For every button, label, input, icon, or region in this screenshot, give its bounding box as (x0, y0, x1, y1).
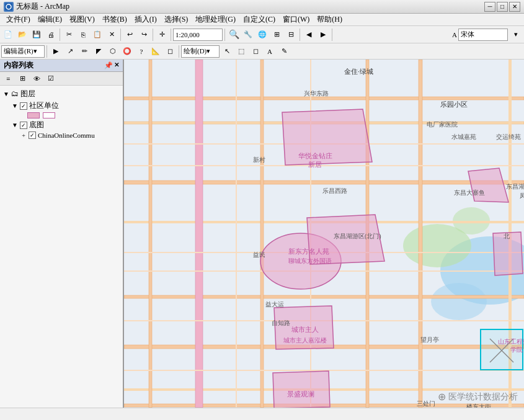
font-dropdown-arrow[interactable]: ▾ (509, 28, 523, 42)
zoom-in-btn[interactable]: 🔍 (227, 28, 241, 42)
layer1-label: 社区单位 (29, 101, 59, 111)
svg-marker-32 (307, 215, 384, 264)
maximize-button[interactable]: □ (497, 2, 508, 12)
list-by-selection-btn[interactable]: ☑ (44, 72, 58, 86)
layer1-checkbox[interactable] (20, 102, 27, 110)
menu-view[interactable]: 视图(V) (66, 13, 99, 26)
svg-rect-7 (124, 97, 524, 100)
svg-rect-16 (195, 60, 203, 408)
sublayer-checkbox[interactable] (29, 132, 36, 139)
sidebar-header: 内容列表 📌 ✕ (0, 60, 123, 72)
layers-label: 图层 (20, 89, 35, 99)
svg-rect-15 (149, 60, 152, 408)
sublayer-item[interactable]: + ChinaOnlineCommu (19, 131, 122, 140)
app-icon (4, 2, 14, 12)
edit-tool5[interactable]: ⬡ (106, 45, 120, 58)
app-title: 无标题 - ArcMap (16, 1, 69, 12)
draw-tool4[interactable]: A (263, 45, 277, 58)
watermark-text: 医学统计数据分析 (448, 391, 518, 403)
edit-tool8[interactable]: 📐 (149, 45, 162, 58)
edit-tool3[interactable]: ✏ (78, 45, 91, 58)
paste-button[interactable]: 📋 (91, 28, 104, 42)
sidebar-toolbar: ≡ ⊞ 👁 ☑ (0, 72, 123, 86)
watermark-icon: ⊕ (438, 391, 446, 403)
pin-icon[interactable]: 📌 (104, 61, 113, 69)
menu-geoprocess[interactable]: 地理处理(G) (192, 13, 239, 26)
edit-tool4[interactable]: ◤ (92, 45, 105, 58)
new-button[interactable]: 📄 (1, 28, 15, 42)
tool3[interactable]: ⊞ (270, 28, 283, 42)
menu-help[interactable]: 帮助(H) (313, 13, 346, 26)
edit-tool7[interactable]: ? (135, 45, 148, 58)
copy-button[interactable]: ⎘ (76, 28, 90, 42)
svg-marker-34 (274, 306, 334, 349)
delete-button[interactable]: ✕ (105, 28, 118, 42)
tool2[interactable]: 🌐 (255, 28, 269, 42)
redo-button[interactable]: ↪ (137, 28, 151, 42)
layer2-item[interactable]: ▼ 底图 (10, 119, 122, 131)
layer2-checkbox[interactable] (20, 122, 27, 129)
font-selector[interactable]: 宋体 (458, 29, 508, 41)
edit-tool2[interactable]: ↗ (63, 45, 77, 58)
sep5 (224, 29, 225, 41)
pan-button[interactable]: ✛ (155, 28, 169, 42)
draw-tool3[interactable]: ◻ (249, 45, 262, 58)
draw-dropdown[interactable]: 绘制(D)▾ (181, 45, 220, 58)
menu-window[interactable]: 窗口(W) (279, 13, 313, 26)
list-by-source-btn[interactable]: ⊞ (16, 72, 29, 86)
main-area: 内容列表 📌 ✕ ≡ ⊞ 👁 ☑ ▼ 🗂 图层 (0, 60, 524, 408)
edit-tool1[interactable]: ▶ (49, 45, 63, 58)
sep6 (300, 29, 300, 41)
edit-tool6[interactable]: ⭕ (120, 45, 134, 58)
tool4[interactable]: ⊟ (284, 28, 298, 42)
expand-icon: ▼ (2, 91, 10, 98)
menu-insert[interactable]: 插入(I) (131, 13, 161, 26)
layer1-legend-fill (27, 112, 40, 118)
list-by-visibility-btn[interactable]: 👁 (30, 72, 43, 86)
menu-customize[interactable]: 自定义(C) (239, 13, 279, 26)
minimize-button[interactable]: ─ (484, 2, 495, 12)
sublayer-group: + ChinaOnlineCommu (19, 131, 122, 140)
menu-edit[interactable]: 编辑(E) (34, 13, 66, 26)
layers-group-item[interactable]: ▼ 🗂 图层 (1, 88, 122, 100)
cut-button[interactable]: ✂ (62, 28, 76, 42)
svg-marker-29 (282, 109, 372, 165)
sep1 (60, 29, 60, 41)
svg-rect-11 (124, 295, 524, 298)
expand-icon4: + (20, 132, 27, 139)
sep-draw (179, 45, 179, 58)
close-sidebar-btn[interactable]: ✕ (114, 61, 119, 69)
layer1-item[interactable]: ▼ 社区单位 (10, 100, 122, 112)
draw-tool1[interactable]: ↖ (220, 45, 234, 58)
print-button[interactable]: 🖨 (44, 28, 58, 42)
close-button[interactable]: ✕ (509, 2, 520, 12)
edit-tool9[interactable]: ◻ (163, 45, 177, 58)
layer2-group: ▼ 底图 + ChinaOnlineCommu (10, 119, 122, 140)
save-button[interactable]: 💾 (30, 28, 43, 42)
sep2 (120, 29, 121, 41)
title-bar: 无标题 - ArcMap ─ □ ✕ (0, 0, 524, 14)
open-button[interactable]: 📂 (16, 28, 29, 42)
undo-button[interactable]: ↩ (123, 28, 136, 42)
sep4 (171, 29, 171, 41)
layers-icon: 🗂 (11, 89, 19, 99)
svg-marker-33 (493, 232, 523, 275)
menu-file[interactable]: 文件(F) (2, 13, 34, 26)
svg-marker-35 (273, 371, 330, 408)
back-button[interactable]: ◀ (302, 28, 316, 42)
scale-input[interactable]: 1:20,000 (173, 29, 223, 41)
editor-dropdown[interactable]: 编辑器(R)▾ (1, 45, 45, 58)
menu-bookmark[interactable]: 书签(B) (99, 13, 131, 26)
draw-tool5[interactable]: ✎ (277, 45, 291, 58)
menu-select[interactable]: 选择(S) (161, 13, 192, 26)
toolbar2: 编辑器(R)▾ ▶ ↗ ✏ ◤ ⬡ ⭕ ? 📐 ◻ 绘制(D)▾ ↖ ⬚ ◻ A… (0, 43, 524, 60)
map-area[interactable]: 金住·绿城 兴华东路 乐园小区 电厂家医院 水城嘉苑 交运绮苑 中通时代家园 向… (124, 60, 524, 408)
layers-group: ▼ 🗂 图层 ▼ 社区单位 (1, 87, 122, 141)
list-by-drawing-btn[interactable]: ≡ (1, 72, 15, 86)
draw-tool2[interactable]: ⬚ (234, 45, 248, 58)
layer1-legend-outline (43, 112, 55, 118)
sep7 (332, 29, 332, 41)
forward-button[interactable]: ▶ (316, 28, 330, 42)
map-canvas (124, 60, 524, 408)
tool1[interactable]: 🔧 (241, 28, 255, 42)
